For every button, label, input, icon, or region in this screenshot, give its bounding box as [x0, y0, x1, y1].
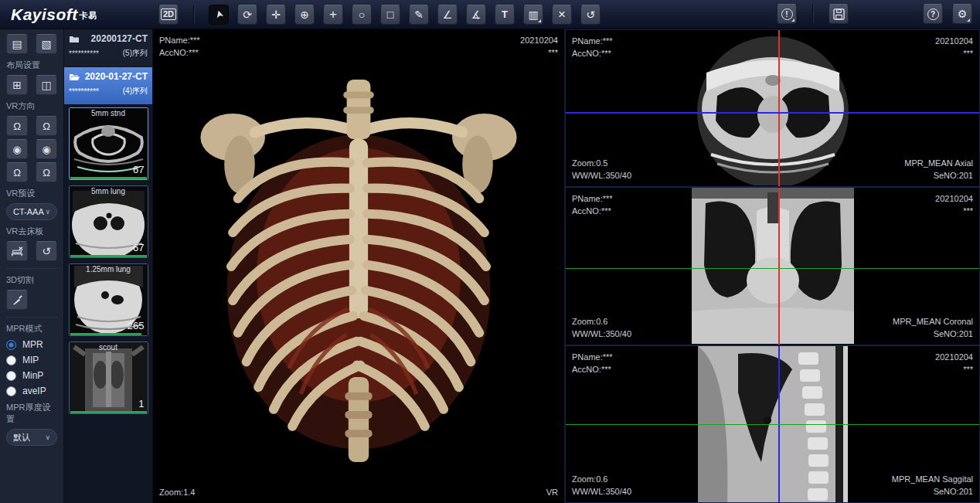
axial-crosshair-vertical[interactable]	[778, 30, 780, 186]
help-settings-group: ? ⚙	[923, 4, 972, 24]
rectangle-tool-button[interactable]: □	[380, 5, 400, 25]
thumbnail-image-count: 265	[128, 320, 145, 331]
save-button[interactable]	[829, 4, 849, 24]
reset-tool-button[interactable]: ↺	[580, 5, 601, 25]
series-thumbnail-scout[interactable]: scout 1	[69, 342, 148, 414]
vr-direction-left-button[interactable]: Ω	[6, 116, 28, 136]
series-thumbnail-5mm-stnd[interactable]: 5mm stnd 67	[69, 107, 148, 180]
study-item-2020-01-27[interactable]: 2020-01-27-CT ********** (4)序列	[64, 67, 152, 105]
mpr-mode-option-minp[interactable]: MinP	[6, 370, 57, 381]
layout-grid-2x2-button[interactable]: ⊞	[6, 75, 28, 95]
sagittal-masked: ***	[935, 363, 973, 376]
pan-icon: ✛	[271, 9, 281, 20]
vr-direction-posterior-button[interactable]: ◉	[36, 139, 57, 159]
logo-suffix: 卡易	[80, 11, 97, 20]
study-item-20200127[interactable]: 20200127-CT ********** (5)序列	[64, 29, 152, 67]
length-tool-button[interactable]: ✎	[409, 5, 429, 25]
reset-bed-button[interactable]: ↺	[36, 241, 57, 261]
coronal-series-overlay: MPR_MEAN Coronal SeNO:201	[893, 315, 973, 340]
viewport-mpr-sagittal[interactable]: PName:*** AccNO:*** 20210204 *** Zoom:0.…	[565, 345, 980, 503]
head-left-icon: Ω	[13, 121, 21, 132]
layout-main-side-button[interactable]: ◫	[36, 75, 57, 95]
vr-viewport[interactable]: PName:*** AccNO:*** 20210204 *** Zoom:1.…	[153, 29, 565, 503]
sagittal-pname: PName:***	[572, 351, 613, 363]
thumbnail-image-count: 67	[133, 164, 144, 175]
series-thumbnail-1-25mm-lung[interactable]: 1.25mm lung 265	[69, 263, 148, 336]
remove-bed-button[interactable]	[6, 241, 28, 261]
series-thumbnail-5mm-lung[interactable]: 5mm lung 67	[69, 185, 148, 258]
angle-tool-button[interactable]: ∠	[437, 5, 458, 25]
vr-study-date: 20210204	[520, 34, 558, 46]
axial-study-overlay: 20210204 ***	[935, 35, 973, 59]
vr-patient-overlay: PName:*** AccNO:***	[159, 34, 200, 59]
sagittal-wwwl: WW/WL:350/40	[572, 485, 631, 498]
coronal-crosshair-horizontal[interactable]	[566, 268, 979, 270]
face-back-icon: ◉	[42, 144, 50, 155]
delete-annotation-tool-button[interactable]: ×	[552, 5, 572, 25]
text-annotation-tool-button[interactable]: T	[495, 5, 515, 25]
settings-button[interactable]: ⚙	[952, 4, 972, 24]
sagittal-zoom: Zoom:0.6	[572, 473, 631, 485]
mpr-mode-option-mip[interactable]: MIP	[6, 355, 57, 365]
cut-3d-knife-button[interactable]	[6, 290, 28, 310]
thumbnail-progress-bar	[70, 411, 147, 413]
folder-open-icon	[69, 73, 80, 81]
cursor-tool-button[interactable]: ➤	[209, 5, 229, 25]
vr-direction-right-button[interactable]: Ω	[36, 116, 57, 136]
window-level-icon: ▥	[528, 9, 538, 20]
help-question-icon: ?	[927, 8, 939, 20]
zoom-in-tool-button[interactable]: ⊕	[294, 5, 315, 25]
axial-seno: SeNO:201	[904, 169, 973, 182]
rotate-3d-tool-button[interactable]: ⟳	[237, 5, 257, 25]
vr-direction-label: VR方向	[6, 100, 57, 112]
coronal-pname: PName:***	[572, 192, 613, 205]
grid-side-icon: ◫	[41, 79, 51, 91]
cobb-angle-tool-button[interactable]: ∡	[466, 5, 486, 25]
axial-study-date: 20210204	[935, 35, 973, 47]
coronal-seno: SeNO:201	[893, 328, 973, 340]
mpr-thickness-value: 默认	[13, 432, 30, 444]
vr-direction-anterior-button[interactable]: ◉	[6, 139, 28, 159]
help-button[interactable]: ?	[923, 4, 943, 24]
localize-tool-button[interactable]: +	[323, 5, 343, 25]
coronal-zoom: Zoom:0.6	[572, 315, 631, 328]
axial-crosshair-horizontal[interactable]	[566, 112, 979, 114]
mpr-mode-option-mpr[interactable]: MPR	[6, 339, 57, 350]
mpr-mode-label: MPR模式	[6, 323, 57, 335]
mpr-panel-column: PName:*** AccNO:*** 20210204 *** Zoom:0.…	[565, 29, 980, 503]
vr-direction-inferior-button[interactable]: Ω	[36, 162, 57, 182]
vr-preset-dropdown[interactable]: CT-AAA ∨	[6, 203, 57, 220]
main-content: ▤ ▧ 布局设置 ⊞ ◫ VR方向 Ω Ω ◉ ◉ Ω Ω VR预设	[0, 29, 980, 503]
cursor-icon: ➤	[213, 9, 224, 20]
patient-info-button[interactable]: !	[777, 4, 797, 24]
thumbnail-label: 5mm stnd	[70, 109, 148, 117]
sagittal-study-overlay: 20210204 ***	[935, 351, 973, 376]
minp-option-label: MinP	[22, 370, 43, 381]
coronal-crosshair-vertical[interactable]	[778, 188, 780, 344]
vr-mode-overlay: VR	[546, 486, 558, 498]
study-title: 20200127-CT	[91, 33, 148, 44]
coronal-accno: AccNO:***	[572, 205, 613, 217]
viewport-mpr-axial[interactable]: PName:*** AccNO:*** 20210204 *** Zoom:0.…	[565, 29, 980, 187]
coronal-patient-overlay: PName:*** AccNO:***	[572, 192, 613, 217]
sagittal-crosshair-horizontal[interactable]	[566, 424, 979, 426]
vr-direction-superior-button[interactable]: Ω	[6, 162, 28, 182]
pencil-ruler-icon: ✎	[414, 9, 424, 20]
mpr-mode-option-aveip[interactable]: aveIP	[6, 386, 57, 396]
study-series-count: (4)序列	[123, 86, 148, 97]
ellipse-tool-button[interactable]: ○	[352, 5, 372, 25]
window-level-tool-button[interactable]: ▥	[523, 5, 543, 25]
viewport-mpr-coronal[interactable]: PName:*** AccNO:*** 20210204 *** Zoom:0.…	[565, 187, 980, 345]
pan-tool-button[interactable]: ✛	[266, 5, 286, 25]
series-panel-toggle-button[interactable]: ▤	[6, 34, 28, 54]
vr-preset-label: VR预设	[6, 188, 57, 199]
mpr-thickness-label: MPR厚度设置	[6, 402, 57, 425]
thumbnail-label: scout	[70, 343, 148, 352]
thumbnail-progress-bar	[70, 333, 142, 335]
mpr-thickness-dropdown[interactable]: 默认 ∨	[6, 429, 57, 446]
layout-2d-button[interactable]: 2D	[158, 5, 179, 25]
sagittal-patient-overlay: PName:*** AccNO:***	[572, 351, 613, 376]
mip-option-label: MIP	[22, 355, 39, 365]
report-panel-toggle-button[interactable]: ▧	[36, 34, 57, 54]
chevron-down-icon: ∨	[45, 433, 50, 441]
